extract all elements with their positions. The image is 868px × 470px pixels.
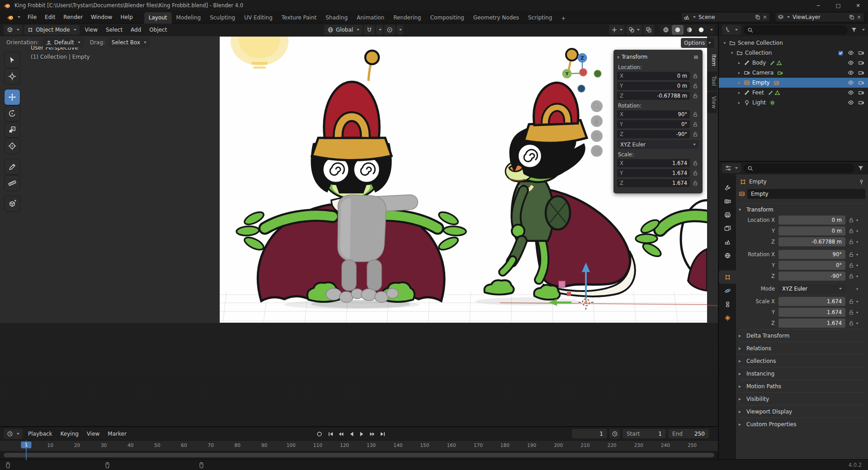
- lock-icon[interactable]: [848, 239, 854, 244]
- animate-decorator[interactable]: •: [854, 273, 860, 280]
- disable-in-renders-icon[interactable]: [857, 50, 865, 56]
- workspace-tab-compositing[interactable]: Compositing: [425, 12, 468, 24]
- tool-select-box[interactable]: [5, 52, 20, 68]
- scene-selector[interactable]: Scene: [681, 12, 770, 22]
- section-viewport-display[interactable]: ▸Viewport Display: [739, 405, 865, 418]
- workspace-tab-rendering[interactable]: Rendering: [389, 12, 425, 24]
- properties-tab-scene[interactable]: [719, 235, 736, 249]
- transform-section-header[interactable]: ▾Transform: [739, 203, 865, 215]
- close-button[interactable]: ✕: [848, 0, 868, 11]
- lock-icon[interactable]: [848, 273, 854, 279]
- outliner-scene-collection[interactable]: ▾Scene Collection: [719, 38, 868, 48]
- maximize-button[interactable]: □: [828, 0, 848, 11]
- disable-in-renders-icon[interactable]: [857, 89, 865, 96]
- properties-tab-constraints[interactable]: [719, 297, 736, 311]
- shading-dropdown[interactable]: [707, 25, 714, 35]
- animate-decorator[interactable]: •: [854, 298, 860, 305]
- animate-decorator[interactable]: •: [854, 286, 860, 292]
- hide-in-viewport-icon[interactable]: [847, 80, 855, 86]
- timeline-ruler[interactable]: 1 11020304050607080901001101201301401501…: [0, 440, 718, 451]
- play-button[interactable]: [357, 429, 367, 439]
- viewport-menu-object[interactable]: Object: [145, 25, 171, 35]
- snap-toggle[interactable]: [364, 25, 375, 35]
- npanel-tab-tool[interactable]: Tool: [707, 71, 717, 90]
- preview-range-button[interactable]: [609, 429, 620, 439]
- shading-solid[interactable]: [672, 25, 684, 35]
- npanel-rotation-z-field[interactable]: Z-90°: [617, 130, 690, 138]
- prop-rotation-x-field[interactable]: 90°: [778, 250, 845, 259]
- menu-file[interactable]: File: [24, 12, 41, 22]
- workspace-tab-scripting[interactable]: Scripting: [524, 12, 557, 24]
- workspace-tab-uv-editing[interactable]: UV Editing: [240, 12, 277, 24]
- mode-dropdown[interactable]: Object Mode: [24, 25, 80, 35]
- shading-rendered[interactable]: [695, 25, 707, 35]
- disclosure-icon[interactable]: ▸: [737, 80, 741, 85]
- tool-rotate[interactable]: [5, 106, 20, 121]
- filter-icon[interactable]: [850, 27, 858, 33]
- npanel-location-y-field[interactable]: Y0 m: [617, 82, 690, 90]
- disclosure-icon[interactable]: ▸: [737, 70, 741, 75]
- xray-toggle[interactable]: [643, 25, 654, 35]
- tool-annotate[interactable]: [5, 159, 20, 174]
- disable-in-renders-icon[interactable]: [857, 60, 865, 66]
- workspace-tab-animation[interactable]: Animation: [352, 12, 389, 24]
- lock-icon[interactable]: [692, 170, 699, 176]
- timeline-editor-type[interactable]: [4, 429, 23, 439]
- prop-location-x-field[interactable]: 0 m: [778, 216, 845, 225]
- properties-filter-icon[interactable]: [857, 165, 865, 171]
- npanel-tab-item[interactable]: Item: [707, 50, 717, 70]
- menu-edit[interactable]: Edit: [41, 12, 59, 22]
- gizmos-toggle[interactable]: [609, 25, 625, 35]
- lock-icon[interactable]: [848, 252, 854, 257]
- timeline-scrollbar[interactable]: [4, 453, 714, 457]
- npanel-rotation-y-field[interactable]: Y0°: [617, 120, 690, 128]
- section-relations[interactable]: ▸Relations: [739, 342, 865, 354]
- workspace-tab-geometry-nodes[interactable]: Geometry Nodes: [469, 12, 524, 24]
- outliner-item-camera[interactable]: ▸Camera: [719, 68, 868, 78]
- animate-decorator[interactable]: •: [854, 239, 860, 245]
- outliner-item-empty[interactable]: ▸Empty: [719, 78, 868, 88]
- tool-cursor[interactable]: [5, 69, 20, 84]
- disclosure-icon[interactable]: ▸: [737, 90, 741, 95]
- unlink-viewlayer-button[interactable]: [856, 14, 862, 20]
- properties-editor-type[interactable]: [722, 163, 741, 173]
- npanel-tab-view[interactable]: View: [707, 92, 717, 113]
- lock-icon[interactable]: [848, 310, 854, 315]
- npanel-location-z-field[interactable]: Z-0.67788 m: [617, 92, 690, 100]
- camera-view-button[interactable]: [591, 130, 603, 142]
- lock-icon[interactable]: [692, 112, 699, 117]
- hide-in-viewport-icon[interactable]: [847, 89, 855, 96]
- shading-material[interactable]: [684, 25, 695, 35]
- animate-decorator[interactable]: •: [854, 320, 860, 327]
- npanel-rotation-x-field[interactable]: X90°: [617, 110, 690, 118]
- disable-in-renders-icon[interactable]: [857, 99, 865, 106]
- proportional-dropdown[interactable]: [396, 25, 403, 35]
- section-collections[interactable]: ▸Collections: [739, 354, 865, 367]
- section-custom-properties[interactable]: ▸Custom Properties: [739, 418, 865, 430]
- properties-tab-world[interactable]: [719, 249, 736, 262]
- prop-z-field[interactable]: -0.67788 m: [778, 237, 845, 246]
- ortho-toggle-button[interactable]: [591, 145, 603, 157]
- disclosure-icon[interactable]: ▸: [737, 100, 741, 105]
- lock-icon[interactable]: [692, 132, 699, 137]
- npanel-location-x-field[interactable]: X0 m: [617, 72, 690, 80]
- next-keyframe-button[interactable]: [367, 429, 377, 439]
- prev-keyframe-button[interactable]: [336, 429, 346, 439]
- current-frame-marker[interactable]: 1: [21, 442, 32, 448]
- properties-tab-physics[interactable]: [719, 284, 736, 297]
- transform-orientation-dropdown[interactable]: Global: [324, 25, 363, 35]
- lock-icon[interactable]: [692, 73, 699, 79]
- viewport-3d[interactable]: Orientation: Default Drag: Select Box Us…: [0, 36, 718, 426]
- npanel-scale-y-field[interactable]: Y1.674: [617, 169, 690, 177]
- lock-icon[interactable]: [692, 160, 699, 166]
- prop-mode-dropdown[interactable]: XYZ Euler: [778, 284, 845, 293]
- exclude-checkbox[interactable]: [836, 50, 844, 56]
- disclosure-icon[interactable]: ▾: [722, 41, 727, 45]
- lock-icon[interactable]: [692, 180, 699, 186]
- workspace-tab-sculpting[interactable]: Sculpting: [205, 12, 240, 24]
- outliner-item-body[interactable]: ▸Body: [719, 58, 868, 68]
- timeline-menu-view[interactable]: View: [83, 429, 104, 439]
- unlink-scene-button[interactable]: [762, 14, 768, 20]
- lock-icon[interactable]: [848, 263, 854, 268]
- lock-icon[interactable]: [692, 93, 699, 99]
